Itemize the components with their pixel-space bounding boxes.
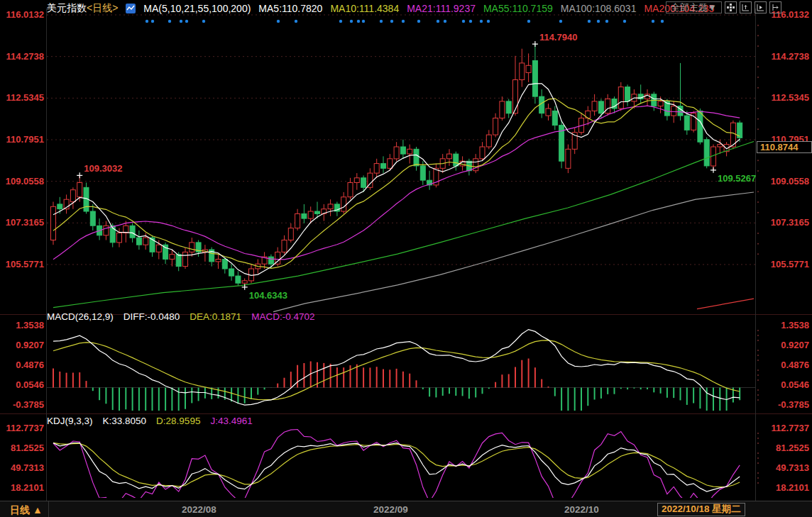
symbol-name: 美元指数 [47,2,87,13]
axis-label-right: 105.5771 [771,260,809,269]
axis-label-right: -0.3785 [778,400,809,410]
kdj-d-value: D:28.9595 [156,416,200,426]
axis-label-left: 110.7951 [0,135,44,145]
up-triangle-icon[interactable]: ▲ [33,504,43,516]
period-selector[interactable]: 日线 ▲ [10,504,43,517]
ma100-value: MA100:108.6031 [561,3,637,14]
ma5-value: MA5:110.7820 [258,3,322,14]
axis-label-left: 18.2101 [0,483,44,493]
macd-title[interactable]: MACD(26,12,9) [47,311,114,322]
axis-label-left: 116.0132 [0,10,44,20]
axis-label-left: 105.5771 [0,260,44,269]
axis-label-left: 112.5345 [0,93,44,103]
symbol-and-period: 美元指数<日线> [47,2,118,15]
theme-selector-button[interactable]: 全部主题▼ [666,1,722,13]
current-date-box: 2022/10/18 星期二 [657,503,745,516]
annotation-markers [77,41,716,290]
axis-label-left: 0.0546 [0,380,44,390]
axis-label-left: -0.3785 [0,400,44,410]
axis-label-left: 114.2738 [0,52,44,62]
chart-icon[interactable] [126,4,136,13]
axis-label-left: 107.3165 [0,218,44,228]
axis-label-right: 112.5345 [771,93,809,103]
axis-label-left: 0.4876 [0,360,44,370]
axis-label-right: 1.3538 [781,321,809,330]
macd-pane-header: MACD(26,12,9) DIFF:-0.0480 DEA:0.1871 MA… [47,311,314,322]
axis-play-icon[interactable] [755,1,767,13]
axis-label-left: 112.7737 [0,423,44,433]
axis-label-right: 49.7313 [776,463,809,473]
date-label: 2022/09 [373,504,408,515]
date-label: 2022/10 [564,504,599,515]
ma-lines [53,84,754,312]
macd-diff-value: DIFF:-0.0480 [124,311,180,322]
axis-label-right: 112.7737 [771,423,809,433]
kdj-pane [53,430,740,509]
ma-settings-label[interactable]: MA(5,10,21,55,100,200) [143,3,251,14]
axis-label-left: 1.3538 [0,321,44,330]
axis-label-right: 0.4876 [781,360,809,370]
price-annotation: 104.6343 [249,290,287,301]
bar-divider [48,501,49,517]
gridlines [0,9,812,501]
axis-label-right: 0.0546 [781,380,809,390]
kdj-j-value: J:43.4961 [210,416,252,426]
axis-zoom-up-icon[interactable] [740,1,752,13]
price-annotation: 109.3032 [84,163,122,174]
axis-label-right: 109.0558 [771,177,809,187]
axis-label-left: 109.0558 [0,177,44,187]
axis-label-right: 114.2738 [771,52,809,62]
price-annotation: 114.7940 [539,32,578,43]
ma10-value: MA10:111.4384 [330,3,399,14]
kdj-title[interactable]: KDJ(9,3,3) [47,416,93,426]
axis-label-right: 18.2101 [776,483,809,493]
move-icon[interactable] [725,1,737,13]
axis-label-left: 0.9207 [0,340,44,350]
macd-pane [53,330,740,418]
header-controls: 全部主题▼ [666,1,781,13]
ma21-value: MA21:111.9237 [407,3,476,14]
macd-hist-value: MACD:-0.4702 [251,311,314,322]
pan-right-icon[interactable] [769,1,781,13]
axis-label-right: 0.9207 [781,340,809,350]
axis-label-left: 49.7313 [0,463,44,473]
date-label: 2022/08 [182,504,216,515]
kdj-pane-header: KDJ(9,3,3) K:33.8050 D:28.9595 J:43.4961 [47,416,253,426]
axis-label-right: 107.3165 [771,218,809,228]
event-dots [146,20,664,23]
macd-dea-value: DEA:0.1871 [190,311,241,322]
period-selector-label[interactable]: 日线 [10,504,30,516]
price-annotation: 109.5267 [718,173,756,184]
candlesticks [51,44,742,287]
chart-canvas[interactable] [0,0,812,517]
period-label[interactable]: <日线> [87,2,118,13]
current-price-tag: 110.8744 [757,141,812,153]
chart-header: 美元指数<日线> MA(5,10,21,55,100,200) MA5:110.… [47,2,714,15]
ma55-value: MA55:110.7159 [483,3,553,14]
trading-terminal: 美元指数<日线> MA(5,10,21,55,100,200) MA5:110.… [0,0,812,517]
kdj-k-value: K:33.8050 [103,416,147,426]
axis-label-left: 81.2525 [0,443,44,453]
axis-label-right: 81.2525 [776,443,809,453]
